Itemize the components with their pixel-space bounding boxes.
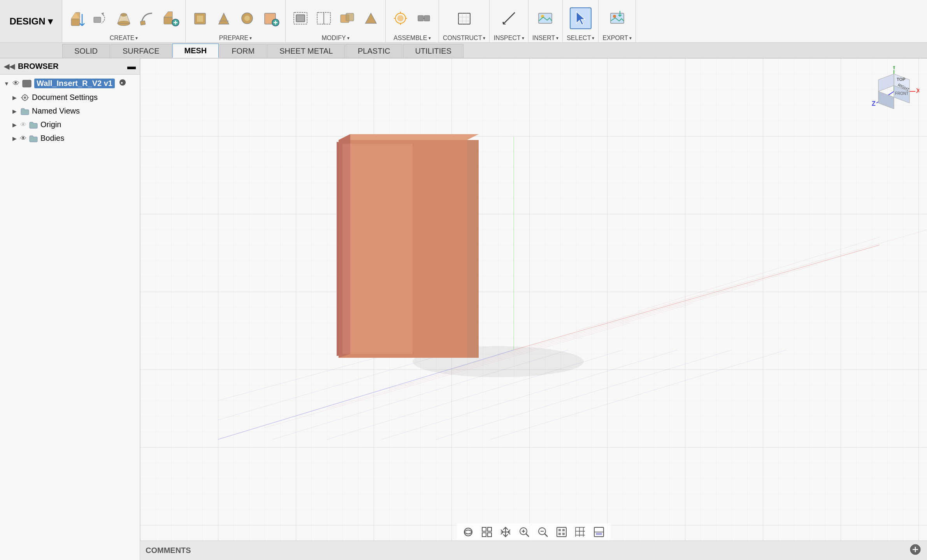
origin-arrow[interactable]: ▶ xyxy=(11,122,18,128)
svg-rect-31 xyxy=(418,16,423,21)
display-mode-button[interactable] xyxy=(553,525,570,539)
svg-text:X: X xyxy=(916,88,919,94)
design-label: DESIGN xyxy=(9,16,45,27)
browser-collapse-right[interactable]: ▬ xyxy=(127,61,136,72)
tab-surface[interactable]: SURFACE xyxy=(111,44,171,58)
svg-rect-50 xyxy=(611,13,624,23)
bodies-eye-icon[interactable]: 👁 xyxy=(20,135,26,142)
viewport[interactable]: X Y Z TOP FRONT RIGHT xyxy=(140,58,927,560)
svg-rect-0 xyxy=(71,19,80,26)
svg-rect-104 xyxy=(488,533,492,537)
browser-title: BROWSER xyxy=(18,62,58,71)
inspect-icons xyxy=(498,2,520,34)
create-label[interactable]: CREATE ▾ xyxy=(110,35,138,42)
comments-add-button[interactable] xyxy=(909,543,922,558)
named-views-arrow[interactable]: ▶ xyxy=(11,108,18,114)
folder-icon-origin xyxy=(29,121,38,129)
insert-icons xyxy=(534,2,556,34)
root-expand-arrow[interactable]: ▼ xyxy=(3,80,10,87)
svg-marker-86 xyxy=(342,144,413,354)
construct-plane-icon[interactable] xyxy=(453,7,475,29)
tree-item-named-views[interactable]: ▶ Named Views xyxy=(0,104,140,118)
modify-icon2[interactable] xyxy=(313,7,335,29)
fit-view-button[interactable] xyxy=(478,525,495,539)
svg-marker-96 xyxy=(878,91,894,109)
modify-icon4[interactable] xyxy=(360,7,381,29)
view-cube-gizmo[interactable]: X Y Z TOP FRONT RIGHT xyxy=(869,66,919,117)
prepare-icon1[interactable] xyxy=(190,7,211,29)
select-icon[interactable] xyxy=(570,7,592,29)
comments-bar: COMMENTS xyxy=(140,541,927,560)
prepare-icon2[interactable] xyxy=(213,7,235,29)
assemble-icons xyxy=(390,2,435,34)
assemble-label[interactable]: ASSEMBLE ▾ xyxy=(393,35,430,42)
assemble-icon1[interactable] xyxy=(390,7,411,29)
assemble-icon2[interactable] xyxy=(413,7,435,29)
tab-solid[interactable]: SOLID xyxy=(62,44,110,58)
main-area: ◀◀ BROWSER ▬ ▼ 👁 Wall_Insert_R_V2 v1 ● ▶ xyxy=(0,58,927,560)
modify-icon1[interactable] xyxy=(290,7,311,29)
construct-icons xyxy=(453,2,475,34)
tree-item-origin[interactable]: ▶ 👁 Origin xyxy=(0,118,140,131)
tab-mesh[interactable]: MESH xyxy=(172,44,219,58)
inspect-label[interactable]: INSPECT ▾ xyxy=(493,35,524,42)
tab-plastic[interactable]: PLASTIC xyxy=(346,44,402,58)
export-icon[interactable] xyxy=(606,7,628,29)
design-button[interactable]: DESIGN ▾ xyxy=(0,0,62,42)
construct-section: CONSTRUCT ▾ xyxy=(439,0,490,42)
select-label[interactable]: SELECT ▾ xyxy=(567,35,594,42)
viewport-grid xyxy=(140,58,927,560)
modify-label[interactable]: MODIFY ▾ xyxy=(321,35,349,42)
create-sweep-icon[interactable] xyxy=(136,7,158,29)
tree-item-doc-settings[interactable]: ▶ Document Settings xyxy=(0,91,140,104)
create-icons xyxy=(66,2,181,34)
browser-collapse-button[interactable]: ◀◀ xyxy=(4,62,15,71)
modify-icon3[interactable] xyxy=(336,7,358,29)
orbit-button[interactable] xyxy=(460,525,477,539)
root-label: Wall_Insert_R_V2 v1 xyxy=(34,79,115,88)
root-doc-icon xyxy=(22,79,32,88)
svg-rect-102 xyxy=(488,527,492,531)
svg-marker-49 xyxy=(576,12,585,25)
insert-image-icon[interactable] xyxy=(534,7,556,29)
root-pin-icon[interactable]: ● xyxy=(119,79,126,88)
tab-utilities[interactable]: UTILITIES xyxy=(403,44,464,58)
create-extrude-icon[interactable] xyxy=(66,7,88,29)
doc-settings-arrow[interactable]: ▶ xyxy=(11,94,18,101)
tab-sheet-metal[interactable]: SHEET METAL xyxy=(267,44,345,58)
pan-button[interactable] xyxy=(497,525,514,539)
zoom-dropdown-button[interactable] xyxy=(534,525,551,539)
zoom-button[interactable] xyxy=(516,525,533,539)
tree-item-root[interactable]: ▼ 👁 Wall_Insert_R_V2 v1 ● xyxy=(0,76,140,91)
svg-point-18 xyxy=(244,16,250,21)
tabs-bar: SOLID SURFACE MESH FORM SHEET METAL PLAS… xyxy=(0,43,927,58)
svg-rect-3 xyxy=(94,17,101,23)
doc-settings-label: Document Settings xyxy=(32,93,98,102)
prepare-icon3[interactable] xyxy=(236,7,258,29)
browser-header: ◀◀ BROWSER ▬ xyxy=(0,58,140,75)
environment-button[interactable] xyxy=(590,525,607,539)
prepare-label[interactable]: PREPARE ▾ xyxy=(219,35,252,42)
svg-marker-15 xyxy=(219,13,229,24)
svg-marker-84 xyxy=(339,134,479,140)
grid-button[interactable] xyxy=(572,525,589,539)
prepare-icon4[interactable] xyxy=(260,7,281,29)
insert-label[interactable]: INSERT ▾ xyxy=(532,35,558,42)
svg-rect-115 xyxy=(558,533,561,535)
svg-rect-103 xyxy=(482,533,486,537)
create-revolve-icon[interactable] xyxy=(90,7,111,29)
inspect-measure-icon[interactable] xyxy=(498,7,520,29)
construct-label[interactable]: CONSTRUCT ▾ xyxy=(443,35,485,42)
create-loft-icon[interactable] xyxy=(113,7,135,29)
bodies-arrow[interactable]: ▶ xyxy=(11,135,18,142)
export-label[interactable]: EXPORT ▾ xyxy=(602,35,632,42)
export-section: EXPORT ▾ xyxy=(599,0,636,42)
main-toolbar: DESIGN ▾ CREATE ▾ xyxy=(0,0,927,43)
viewport-toolbar xyxy=(456,523,611,541)
tab-form[interactable]: FORM xyxy=(219,44,267,58)
tree-item-bodies[interactable]: ▶ 👁 Bodies xyxy=(0,131,140,145)
origin-eye-icon[interactable]: 👁 xyxy=(20,121,26,128)
create-add-icon[interactable] xyxy=(160,7,181,29)
svg-point-30 xyxy=(397,15,404,21)
root-eye-icon[interactable]: 👁 xyxy=(12,79,19,88)
